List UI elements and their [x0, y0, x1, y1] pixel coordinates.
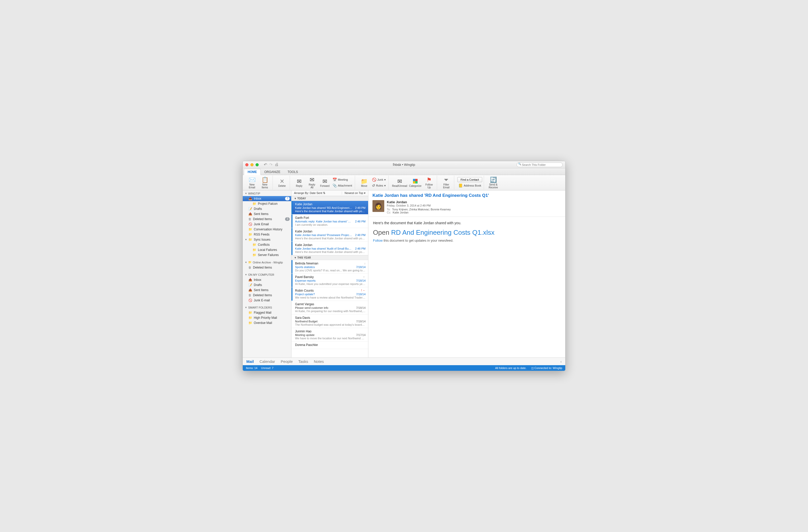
folder-junk[interactable]: 🚫Junk Email — [243, 222, 291, 227]
folder-icon: 📁 — [249, 238, 252, 241]
flag-icon: ⚑ — [426, 176, 432, 183]
junk-button[interactable]: 🚫Junk ▾ — [371, 177, 387, 182]
follow-link[interactable]: Follow — [373, 239, 383, 243]
rules-button[interactable]: ↺Rules ▾ — [371, 183, 387, 188]
folder-icon: 📁 — [253, 248, 256, 252]
folder-local-sent[interactable]: 📤Sent Items — [243, 287, 291, 293]
document-link[interactable]: RD And Engineering Costs Q1.xlsx — [391, 229, 495, 236]
folder-high-priority[interactable]: 📁High Priority Mail — [243, 315, 291, 320]
filter-email-button[interactable]: ⏷Filter Email — [440, 176, 453, 190]
delete-icon: ✕ — [280, 178, 284, 185]
folder-archive-deleted[interactable]: 🗑Deleted Items — [243, 265, 291, 270]
nav-tasks[interactable]: Tasks — [298, 359, 308, 364]
section-smart-folders[interactable]: ▼SMART FOLDERS — [243, 304, 291, 310]
inbox-icon: 📥 — [249, 197, 252, 201]
junk-icon: 🚫 — [372, 177, 376, 182]
folder-icon: 📁 — [249, 311, 252, 315]
move-button[interactable]: 📁Move — [358, 176, 370, 190]
folder-local-failures[interactable]: 📁Local Failures — [243, 247, 291, 252]
folder-conflicts[interactable]: 📁Conflicts — [243, 242, 291, 247]
new-email-button[interactable]: ✉️New Email — [246, 176, 258, 190]
message-from: Katie Jordan — [295, 203, 366, 206]
status-items: Items: 14 — [246, 366, 257, 369]
folder-local-junk[interactable]: 🚫Junk E-mail — [243, 298, 291, 303]
junk-folder-icon: 🚫 — [249, 299, 252, 302]
folder-sync-issues[interactable]: ▼📁Sync Issues — [243, 237, 291, 242]
folder-rss[interactable]: 📁RSS Feeds — [243, 232, 291, 237]
expand-nav-icon[interactable]: ‹ — [561, 359, 562, 364]
arrange-by-button[interactable]: Arrange By: Date Sent ⇅ — [292, 191, 342, 195]
message-item[interactable]: Dorena Paschke — [292, 342, 368, 349]
search-box[interactable] — [516, 162, 563, 167]
nav-mail[interactable]: Mail — [246, 359, 254, 364]
folder-local-deleted[interactable]: 🗑Deleted Items — [243, 293, 291, 298]
new-items-button[interactable]: 📋New Items — [259, 176, 271, 190]
folder-local-inbox[interactable]: 📥Inbox — [243, 277, 291, 282]
group-this-year[interactable]: ▼ THIS YEAR — [292, 255, 368, 260]
message-subject-preview: Katie Jordan has shared 'RD And Engineer… — [295, 206, 355, 209]
nav-calendar[interactable]: Calendar — [259, 359, 275, 364]
search-input[interactable] — [516, 163, 563, 167]
ribbon: ✉️New Email 📋New Items ✕Delete ✉Reply ✉R… — [243, 175, 565, 190]
read-unread-button[interactable]: ✉Read/Unread — [392, 176, 408, 190]
group-today[interactable]: ▼ TODAY — [292, 196, 368, 201]
message-item[interactable]: Garret Vargas Please send customer info7… — [292, 301, 368, 315]
delete-button[interactable]: ✕Delete — [276, 176, 288, 190]
categorize-button[interactable]: Categorize — [408, 176, 422, 190]
message-list-scroll[interactable]: ▼ TODAY Katie Jordan Katie Jordan has sh… — [292, 196, 368, 358]
tab-organize[interactable]: ORGANIZE — [261, 169, 284, 175]
folder-drafts[interactable]: 📝Drafts — [243, 206, 291, 211]
inbox-badge: 7 — [285, 197, 290, 201]
account-header-archive[interactable]: ▼📁Online Archive - Wingtip — [243, 259, 291, 265]
section-on-my-computer[interactable]: ▼ON MY COMPUTER — [243, 272, 291, 277]
content-area: ▼WINGTIP ▼📥Inbox7 📁Project Falcon 📝Draft… — [243, 190, 565, 358]
sort-order-button[interactable]: Newest on Top ▾ — [342, 191, 368, 195]
trash-icon: 🗑 — [249, 266, 252, 269]
nav-people[interactable]: People — [281, 359, 293, 364]
forward-button[interactable]: ✉Forward — [319, 176, 331, 190]
folder-conversation-history[interactable]: 📁Conversation History — [243, 227, 291, 232]
folder-flagged[interactable]: 📁Flagged Mail — [243, 310, 291, 315]
message-item[interactable]: Sara Davis Northwind Budget7/18/14 The N… — [292, 315, 368, 328]
follow-up-button[interactable]: ⚑Follow Up — [423, 176, 435, 190]
attachment-button[interactable]: 📎Attachment — [331, 183, 353, 188]
folder-server-failures[interactable]: 📁Server Failures — [243, 252, 291, 258]
message-item[interactable]: Junmin Hao Meeting update7/17/14 We have… — [292, 328, 368, 342]
folder-sent[interactable]: 📤Sent Items — [243, 211, 291, 216]
sender-avatar: 👩 — [372, 200, 384, 212]
folder-inbox[interactable]: ▼📥Inbox7 — [243, 196, 291, 201]
send-receive-button[interactable]: 🔄Send & Receive — [487, 176, 499, 190]
folder-overdue[interactable]: 📁Overdue Mail — [243, 320, 291, 325]
categorize-icon — [413, 178, 418, 185]
folder-local-drafts[interactable]: 📝Drafts — [243, 282, 291, 287]
folder-deleted[interactable]: 🗑Deleted Items3 — [243, 216, 291, 222]
rss-icon: 📁 — [249, 233, 252, 236]
message-item[interactable]: ↓ Belinda Newman Sports statistics7/18/1… — [292, 260, 368, 274]
message-list: Arrange By: Date Sent ⇅ Newest on Top ▾ … — [292, 190, 368, 358]
message-item[interactable]: ← Pavel Bansky Expense reports7/18/14 Hi… — [292, 274, 368, 287]
folder-project-falcon[interactable]: 📁Project Falcon — [243, 201, 291, 206]
message-item[interactable]: Katie Jordan Katie Jordan has shared 'Au… — [292, 242, 368, 255]
message-item[interactable]: ! ← Robin Counts Project update?7/18/14 … — [292, 287, 368, 301]
message-item[interactable]: Katie Jordan Katie Jordan has shared 'Pr… — [292, 228, 368, 242]
message-item[interactable]: Garth Fort Automatic reply: Katie Jordan… — [292, 214, 368, 228]
address-book-button[interactable]: 📒Address Book — [457, 183, 482, 188]
message-preview: Do you LOVE sports? If so, read on... We… — [295, 269, 366, 272]
account-header-wingtip[interactable]: ▼WINGTIP — [243, 190, 291, 196]
find-contact-button[interactable]: Find a Contact — [457, 177, 482, 182]
body-line: Here's the document that Katie Jordan sh… — [373, 221, 561, 225]
reply-all-button[interactable]: ✉Reply All — [306, 176, 318, 190]
follow-line: Follow this document to get updates in y… — [373, 239, 561, 243]
message-from: Robin Counts — [295, 289, 366, 292]
tab-tools[interactable]: TOOLS — [284, 169, 301, 175]
folder-icon: 📁 — [249, 316, 252, 320]
message-time: 7/18/14 — [356, 293, 366, 296]
tab-home[interactable]: HOME — [244, 169, 261, 175]
junk-folder-icon: 🚫 — [249, 223, 252, 226]
message-body: Here's the document that Katie Jordan sh… — [368, 217, 565, 247]
meeting-button[interactable]: 📅Meeting — [331, 177, 353, 182]
nav-notes[interactable]: Notes — [314, 359, 324, 364]
message-item[interactable]: Katie Jordan Katie Jordan has shared 'RD… — [292, 201, 368, 214]
message-preview: The Northwind budget was approved at tod… — [295, 323, 366, 326]
reply-button[interactable]: ✉Reply — [293, 176, 305, 190]
